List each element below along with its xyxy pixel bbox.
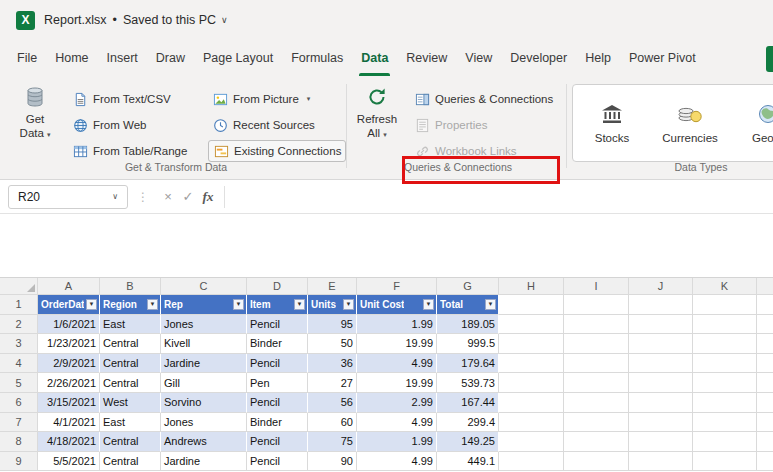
cell-J1[interactable] <box>629 295 693 315</box>
table-header-orderdate[interactable]: OrderDate▼ <box>38 295 100 315</box>
cell-H7[interactable] <box>499 413 564 433</box>
cell-B2[interactable]: East <box>100 315 161 335</box>
column-header-f[interactable]: F <box>357 278 437 295</box>
row-header-2[interactable]: 2 <box>0 315 38 335</box>
column-header-c[interactable]: C <box>161 278 247 295</box>
table-header-total[interactable]: Total▼ <box>437 295 499 315</box>
cell-E7[interactable]: 60 <box>308 413 357 433</box>
column-header-a[interactable]: A <box>38 278 100 295</box>
workbook-title[interactable]: Report.xlsx <box>44 13 107 27</box>
table-header-rep[interactable]: Rep▼ <box>161 295 247 315</box>
cell-C6[interactable]: Sorvino <box>161 393 247 413</box>
cell-L2[interactable] <box>757 315 773 335</box>
cell-A7[interactable]: 4/1/2021 <box>38 413 100 433</box>
cell-J6[interactable] <box>629 393 693 413</box>
cell-G2[interactable]: 189.05 <box>437 315 499 335</box>
cell-I3[interactable] <box>564 334 629 354</box>
cell-L3[interactable] <box>757 334 773 354</box>
cell-D4[interactable]: Pencil <box>247 354 308 374</box>
cell-D2[interactable]: Pencil <box>247 315 308 335</box>
cell-I8[interactable] <box>564 432 629 452</box>
cell-E6[interactable]: 56 <box>308 393 357 413</box>
cell-E9[interactable]: 90 <box>308 452 357 472</box>
cell-J4[interactable] <box>629 354 693 374</box>
table-header-item[interactable]: Item▼ <box>247 295 308 315</box>
cell-B4[interactable]: Central <box>100 354 161 374</box>
column-header-e[interactable]: E <box>308 278 357 295</box>
column-header-d[interactable]: D <box>247 278 308 295</box>
cell-K9[interactable] <box>693 452 757 472</box>
get-data-button[interactable]: Get Data▾ <box>10 82 60 141</box>
cell-A8[interactable]: 4/18/2021 <box>38 432 100 452</box>
select-all-button[interactable] <box>0 278 38 295</box>
cell-B3[interactable]: Central <box>100 334 161 354</box>
cell-L8[interactable] <box>757 432 773 452</box>
cell-I4[interactable] <box>564 354 629 374</box>
cell-C4[interactable]: Jardine <box>161 354 247 374</box>
cell-B8[interactable]: Central <box>100 432 161 452</box>
cell-K4[interactable] <box>693 354 757 374</box>
cell-K3[interactable] <box>693 334 757 354</box>
geography-data-type[interactable]: Geogr <box>729 103 773 144</box>
cell-H4[interactable] <box>499 354 564 374</box>
cell-L7[interactable] <box>757 413 773 433</box>
cell-A4[interactable]: 2/9/2021 <box>38 354 100 374</box>
cell-F6[interactable]: 2.99 <box>357 393 437 413</box>
cell-I7[interactable] <box>564 413 629 433</box>
cell-F7[interactable]: 4.99 <box>357 413 437 433</box>
row-header-9[interactable]: 9 <box>0 452 38 472</box>
cell-C2[interactable]: Jones <box>161 315 247 335</box>
cell-H2[interactable] <box>499 315 564 335</box>
cell-G3[interactable]: 999.5 <box>437 334 499 354</box>
filter-dropdown-button[interactable]: ▼ <box>423 299 434 310</box>
currencies-data-type[interactable]: Currencies <box>651 103 729 144</box>
filter-dropdown-button[interactable]: ▼ <box>485 299 496 310</box>
cell-J7[interactable] <box>629 413 693 433</box>
row-header-6[interactable]: 6 <box>0 393 38 413</box>
cell-J9[interactable] <box>629 452 693 472</box>
cell-G7[interactable]: 299.4 <box>437 413 499 433</box>
tab-review[interactable]: Review <box>397 40 456 76</box>
chevron-down-icon[interactable]: ∨ <box>221 15 228 25</box>
save-status[interactable]: Saved to this PC <box>123 13 216 27</box>
cell-L1[interactable] <box>757 295 773 315</box>
from-picture-button[interactable]: From Picture ▾ <box>208 88 346 110</box>
cell-K7[interactable] <box>693 413 757 433</box>
from-text-csv-button[interactable]: From Text/CSV <box>68 88 191 110</box>
cell-D7[interactable]: Binder <box>247 413 308 433</box>
cell-L9[interactable] <box>757 452 773 472</box>
tab-help[interactable]: Help <box>576 40 620 76</box>
tab-formulas[interactable]: Formulas <box>282 40 352 76</box>
column-header-k[interactable]: K <box>693 278 757 295</box>
cell-F8[interactable]: 1.99 <box>357 432 437 452</box>
tab-insert[interactable]: Insert <box>98 40 147 76</box>
cell-A3[interactable]: 1/23/2021 <box>38 334 100 354</box>
row-header-7[interactable]: 7 <box>0 413 38 433</box>
tab-draw[interactable]: Draw <box>147 40 194 76</box>
table-header-region[interactable]: Region▼ <box>100 295 161 315</box>
tab-data[interactable]: Data <box>352 40 397 76</box>
cell-F4[interactable]: 4.99 <box>357 354 437 374</box>
cell-F3[interactable]: 19.99 <box>357 334 437 354</box>
insert-function-button[interactable]: fx <box>198 189 218 205</box>
cell-C3[interactable]: Kivell <box>161 334 247 354</box>
tab-page-layout[interactable]: Page Layout <box>194 40 282 76</box>
cell-D6[interactable]: Pencil <box>247 393 308 413</box>
name-box[interactable]: R20 ∨ <box>8 185 128 209</box>
tab-home[interactable]: Home <box>46 40 97 76</box>
formula-input[interactable] <box>231 180 773 213</box>
filter-dropdown-button[interactable]: ▼ <box>294 299 305 310</box>
tab-view[interactable]: View <box>456 40 501 76</box>
cell-J3[interactable] <box>629 334 693 354</box>
cell-G9[interactable]: 449.1 <box>437 452 499 472</box>
from-web-button[interactable]: From Web <box>68 114 191 136</box>
cell-L4[interactable] <box>757 354 773 374</box>
enter-button[interactable]: ✓ <box>178 189 198 204</box>
cell-E5[interactable]: 27 <box>308 373 357 393</box>
cell-F9[interactable]: 4.99 <box>357 452 437 472</box>
cell-D9[interactable]: Pencil <box>247 452 308 472</box>
cell-E2[interactable]: 95 <box>308 315 357 335</box>
existing-connections-button[interactable]: Existing Connections <box>208 140 346 162</box>
table-header-units[interactable]: Units▼ <box>308 295 357 315</box>
cell-B9[interactable]: Central <box>100 452 161 472</box>
